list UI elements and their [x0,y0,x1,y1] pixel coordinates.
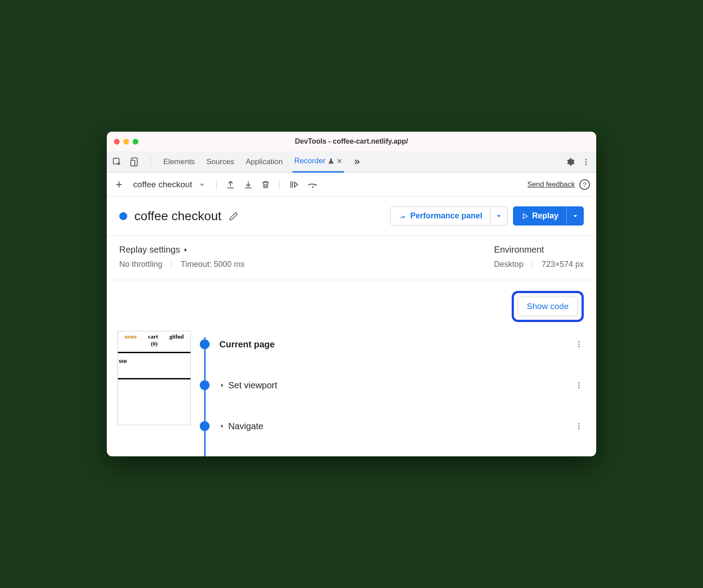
svg-rect-2 [131,160,135,166]
step-menu-icon[interactable] [572,338,586,351]
more-tabs-icon[interactable] [352,157,362,167]
close-window-button[interactable] [114,139,120,145]
recording-selector[interactable]: coffee checkout [129,178,209,191]
gauge-icon [399,212,407,220]
environment-header: Environment [494,245,584,255]
thumb-cart: cart [148,333,158,340]
import-icon[interactable] [242,178,255,191]
send-feedback-link[interactable]: Send feedback [527,181,575,189]
device-toolbar-icon[interactable] [130,157,140,167]
dimensions-value: 723×574 px [541,260,584,269]
step-menu-icon[interactable] [572,419,586,433]
chevron-right-icon [219,383,225,388]
svg-point-7 [578,341,580,342]
timeline-node [200,380,210,390]
show-code-button[interactable]: Show code [517,297,578,316]
thumb-cart-count: (0) [118,340,190,347]
tab-application[interactable]: Application [244,151,284,173]
timeline-node [200,339,210,349]
maximize-window-button[interactable] [133,139,138,145]
performance-dropdown-icon[interactable] [490,207,507,225]
tab-elements[interactable]: Elements [162,151,197,173]
tab-sources[interactable]: Sources [205,151,236,173]
titlebar: DevTools - coffee-cart.netlify.app/ [107,132,596,151]
thumb-github: githul [170,333,184,340]
separator [150,157,151,167]
svg-point-8 [578,344,580,345]
svg-point-13 [578,423,580,424]
device-value: Desktop [494,260,523,269]
show-code-highlight: Show code [512,291,584,322]
recording-status-dot [119,212,127,220]
throttling-value: No throttling [119,260,162,269]
replay-dropdown-icon[interactable] [566,207,583,225]
chevron-right-icon [183,247,188,253]
chevron-down-icon [198,181,206,188]
kebab-menu-icon[interactable] [581,157,591,167]
recorder-toolbar: + coffee checkout Send feedback ? [107,173,596,197]
timeout-value: Timeout: 5000 ms [181,260,244,269]
steps-panel: nenu cart githul (0) sso Current page Se… [107,326,596,456]
svg-point-6 [312,186,314,188]
svg-point-4 [586,161,587,162]
flask-icon [328,158,334,164]
settings-gear-icon[interactable] [565,157,575,167]
devtools-tabbar: Elements Sources Application Recorder [107,151,596,173]
step-current-page[interactable]: Current page [200,334,586,355]
timeline: Current page Set viewport Navigate [200,331,586,456]
separator [279,179,279,190]
window-title: DevTools - coffee-cart.netlify.app/ [107,137,596,145]
help-icon[interactable]: ? [579,179,590,190]
inspect-element-icon[interactable] [112,157,122,167]
minimize-window-button[interactable] [123,139,129,145]
svg-point-11 [578,385,580,386]
step-menu-icon[interactable] [572,379,586,392]
edit-name-icon[interactable] [229,211,238,221]
svg-point-10 [578,382,580,383]
chevron-right-icon [219,423,225,429]
separator [216,179,217,190]
play-icon [521,213,529,220]
svg-point-12 [578,387,580,388]
separator [171,259,172,269]
new-recording-button[interactable]: + [113,177,125,191]
performance-panel-button[interactable]: Performance panel [390,206,508,226]
step-icon[interactable] [287,178,301,191]
step-over-icon[interactable] [305,178,320,191]
window-controls [114,139,138,145]
separator [532,259,533,269]
thumb-sso: sso [118,358,190,365]
devtools-window: DevTools - coffee-cart.netlify.app/ Elem… [107,132,596,456]
step-navigate[interactable]: Navigate [200,415,586,437]
step-set-viewport[interactable]: Set viewport [200,375,586,396]
svg-point-5 [586,163,587,165]
delete-icon[interactable] [259,178,272,191]
export-icon[interactable] [224,178,237,191]
timeline-node [200,421,210,431]
page-thumbnail: nenu cart githul (0) sso [117,331,191,425]
recording-name: coffee checkout [134,209,222,223]
timeline-line [204,337,206,456]
close-tab-icon[interactable] [337,158,342,164]
replay-settings-header[interactable]: Replay settings [119,245,244,255]
recording-header: coffee checkout Performance panel Replay [107,197,596,235]
svg-point-3 [586,159,587,160]
show-code-row: Show code [107,280,596,326]
settings-panel: Replay settings No throttling Timeout: 5… [107,235,596,280]
thumb-menu: nenu [125,333,137,340]
tab-recorder[interactable]: Recorder [292,151,344,173]
svg-point-15 [578,428,580,429]
svg-point-9 [578,346,580,347]
svg-point-14 [578,426,580,427]
replay-button[interactable]: Replay [513,206,584,226]
